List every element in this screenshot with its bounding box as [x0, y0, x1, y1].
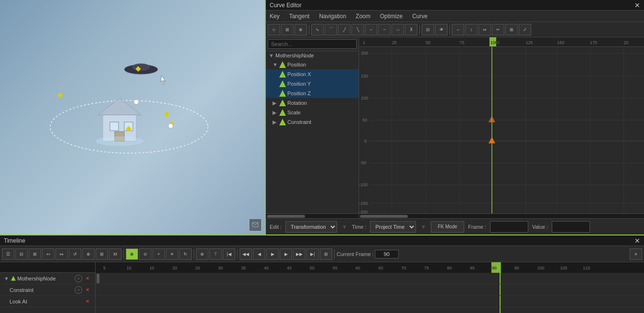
tb-eye[interactable]: 👁 — [435, 24, 448, 35]
tb-curve2[interactable]: ⌒ — [325, 24, 337, 35]
tl-tb7[interactable]: ⊕ — [82, 248, 95, 260]
tl-play-back[interactable]: ◀◀ — [240, 248, 252, 260]
menu-optimize[interactable]: Optimize — [378, 12, 404, 21]
svg-point-14 — [134, 100, 139, 104]
tl-loop[interactable]: ↻ — [179, 248, 192, 260]
svg-text:0: 0 — [364, 139, 367, 143]
fk-mode-btn[interactable]: FK Mode — [431, 221, 464, 233]
tb-curve4[interactable]: ╲ — [351, 24, 364, 35]
tb-expand[interactable]: ⤢ — [519, 24, 531, 35]
tree-item-constraint[interactable]: ▶ Constraint — [266, 117, 359, 127]
tree-item-posY[interactable]: Position Y — [266, 79, 359, 89]
svg-text:80: 80 — [447, 266, 452, 270]
tl-play-fwd[interactable]: ▶▶ — [293, 248, 306, 260]
current-frame-input[interactable] — [375, 250, 399, 258]
svg-text:110: 110 — [583, 266, 590, 270]
tl-tb2[interactable]: ⊟ — [15, 248, 28, 260]
tl-delkey[interactable]: ✕ — [166, 248, 178, 260]
svg-text:70: 70 — [401, 266, 406, 270]
tree-item-scale[interactable]: ▶ Scale — [266, 108, 359, 117]
tl-label-lookat[interactable]: Look At ✕ — [0, 296, 95, 307]
svg-text:175: 175 — [590, 40, 597, 45]
tl-label-mothership[interactable]: ▼ MothershipNode ○ ✕ — [0, 273, 95, 284]
svg-text:1: 1 — [363, 40, 365, 45]
tl-label-constraint[interactable]: Constraint ○ ✕ — [0, 284, 95, 296]
tb-curve7[interactable]: ⌓ — [392, 24, 404, 35]
tb-curve5[interactable]: ⌣ — [365, 24, 377, 35]
tb-scale2[interactable]: ⇔ — [479, 24, 491, 35]
tl-tb4[interactable]: ↤ — [42, 248, 55, 260]
frame-input[interactable] — [490, 221, 528, 233]
tl-delete-mothership[interactable]: ✕ — [84, 275, 91, 282]
tree-item-posZ[interactable]: Position Z — [266, 89, 359, 98]
tl-tb9[interactable]: M — [109, 248, 121, 260]
tl-tb6[interactable]: ↺ — [69, 248, 81, 260]
track-row-constraint[interactable] — [96, 284, 644, 296]
menu-zoom[interactable]: Zoom — [354, 12, 372, 21]
tl-snap[interactable]: ⊤ — [209, 248, 222, 260]
tree-item-mothership[interactable]: ▼ MothershipNode — [266, 51, 359, 60]
tb-curve1[interactable]: ∿ — [311, 24, 324, 35]
tl-rec[interactable]: ⊕ — [126, 248, 138, 260]
svg-rect-3 — [110, 122, 119, 131]
tl-delete-lookat[interactable]: ✕ — [84, 298, 91, 305]
tl-tb1[interactable]: ☰ — [2, 248, 14, 260]
tree-item-posX[interactable]: Position X — [266, 69, 359, 79]
tree-item-rotation[interactable]: ▶ Rotation — [266, 98, 359, 108]
channel-scrollbar[interactable] — [266, 213, 359, 218]
menu-key[interactable]: Key — [268, 12, 282, 21]
search-input[interactable] — [268, 39, 357, 49]
tl-tb3[interactable]: ⊞ — [29, 248, 41, 260]
tl-forward[interactable]: ▶ — [280, 248, 292, 260]
svg-text:10: 10 — [127, 266, 131, 270]
tl-zoom[interactable]: ⊕ — [196, 248, 208, 260]
edit-dropdown[interactable]: Transformation — [285, 221, 337, 233]
tb-move[interactable]: ⊞ — [281, 24, 294, 35]
channel-scroll-thumb[interactable] — [267, 215, 305, 218]
tl-end[interactable]: ▶| — [306, 248, 319, 260]
track-handle-mothership[interactable] — [97, 274, 99, 283]
tl-prev-key[interactable]: |◀ — [223, 248, 235, 260]
time-dropdown[interactable]: Project Time — [370, 221, 416, 233]
svg-text:-100: -100 — [359, 183, 368, 187]
tl-settings[interactable]: ≡ — [630, 248, 642, 260]
graph-scroll-thumb[interactable] — [360, 215, 408, 218]
tb-curve3[interactable]: ╱ — [338, 24, 350, 35]
menu-navigation[interactable]: Navigation — [317, 12, 348, 21]
tl-play[interactable]: ▶ — [266, 248, 279, 260]
tl-back[interactable]: ◀ — [253, 248, 265, 260]
tl-delete-constraint[interactable]: ✕ — [84, 286, 91, 294]
tl-addkey[interactable]: + — [153, 248, 165, 260]
graph-h-scrollbar[interactable] — [359, 213, 644, 218]
tb-move3[interactable]: ↕ — [465, 24, 478, 35]
tl-expand2[interactable]: ⊞ — [320, 248, 332, 260]
tb-del[interactable]: ✂ — [492, 24, 504, 35]
tb-curve8[interactable]: ⊼ — [405, 24, 417, 35]
tl-tb5[interactable]: ↦ — [55, 248, 68, 260]
curve-toolbar: ⊹ ⊞ ⊕ ∿ ⌒ ╱ ╲ ⌣ ⌢ ⌓ ⊼ ⊟ 👁 ↔ ↕ ⇔ ✂ — [266, 22, 644, 37]
track-row-mothership[interactable] — [96, 273, 644, 284]
tl-collapse-constraint[interactable]: ○ — [75, 286, 82, 294]
tb-select[interactable]: ⊹ — [268, 24, 280, 35]
tb-snap[interactable]: ⊟ — [422, 24, 434, 35]
svg-text:5: 5 — [103, 266, 106, 270]
tb-layer[interactable]: ⊕ — [295, 24, 307, 35]
tl-link[interactable]: ⊝ — [139, 248, 152, 260]
tl-expand-mothership[interactable]: ▼ — [4, 276, 9, 281]
menu-tangent[interactable]: Tangent — [287, 12, 312, 21]
tb-move2[interactable]: ↔ — [452, 24, 464, 35]
tb-curve6[interactable]: ⌢ — [378, 24, 391, 35]
tl-node-lookat: Look At — [10, 299, 27, 304]
time-label: Time : — [352, 224, 366, 230]
timeline-close[interactable]: ✕ — [634, 237, 640, 245]
tl-collapse-mothership[interactable]: ○ — [75, 275, 82, 282]
arrow-constraint: ▶ — [273, 119, 278, 125]
curve-editor-close[interactable]: ✕ — [634, 1, 640, 9]
track-row-lookat[interactable] — [96, 296, 644, 307]
menu-curve[interactable]: Curve — [410, 12, 429, 21]
tl-tb8[interactable]: ⊞ — [96, 248, 108, 260]
tree-item-position[interactable]: ▼ Position — [266, 60, 359, 69]
tb-frame[interactable]: ⊞ — [505, 24, 518, 35]
viewport-message-icon[interactable] — [250, 219, 261, 231]
value-input[interactable] — [552, 221, 590, 233]
